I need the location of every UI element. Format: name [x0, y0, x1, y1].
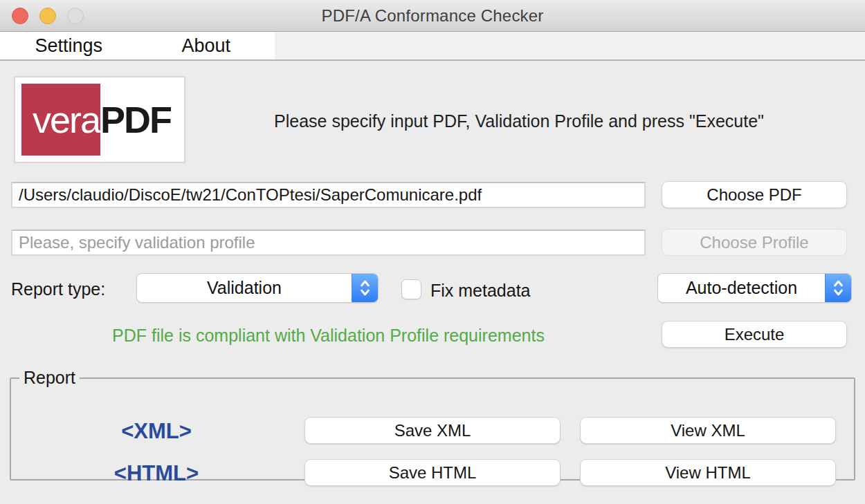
status-message: PDF file is compliant with Validation Pr…	[11, 326, 646, 346]
menu-about[interactable]: About	[138, 32, 275, 59]
view-xml-button[interactable]: View XML	[580, 417, 836, 444]
fix-metadata-label: Fix metadata	[430, 281, 531, 301]
execute-button[interactable]: Execute	[662, 321, 847, 348]
flavour-select[interactable]: Auto-detection	[657, 273, 852, 303]
validation-profile-input[interactable]	[11, 230, 646, 256]
report-type-selected-value: Validation	[137, 274, 352, 302]
menu-settings[interactable]: Settings	[0, 32, 138, 59]
fix-metadata-checkbox[interactable]	[401, 279, 421, 299]
html-format-label: <HTML>	[87, 462, 226, 485]
title-bar: PDF/A Conformance Checker	[0, 0, 865, 32]
xml-format-label: <XML>	[87, 420, 226, 443]
logo-vera-text: vera	[21, 84, 100, 156]
choose-profile-button: Choose Profile	[662, 229, 847, 256]
zoom-button-disabled	[67, 8, 84, 24]
logo-pdf-text: PDF	[100, 84, 178, 156]
verapdf-logo: vera PDF	[14, 76, 185, 163]
flavour-selected-value: Auto-detection	[658, 274, 825, 302]
report-type-label: Report type:	[11, 279, 105, 299]
save-html-button[interactable]: Save HTML	[304, 459, 561, 486]
menu-bar: Settings About	[0, 32, 865, 61]
save-xml-button[interactable]: Save XML	[304, 417, 561, 444]
chevron-up-down-icon	[825, 274, 851, 302]
app-window: PDF/A Conformance Checker Settings About…	[0, 0, 865, 504]
minimize-button[interactable]	[39, 8, 56, 24]
report-group-legend: Report	[19, 368, 80, 388]
choose-pdf-button[interactable]: Choose PDF	[662, 181, 847, 208]
traffic-lights	[12, 8, 84, 24]
view-html-button[interactable]: View HTML	[580, 459, 836, 486]
report-type-select[interactable]: Validation	[136, 273, 379, 303]
report-group: Report <XML> Save XML View XML <HTML> Sa…	[10, 368, 855, 480]
instruction-text: Please specify input PDF, Validation Pro…	[197, 111, 841, 131]
chevron-up-down-icon	[352, 274, 378, 302]
menu-bar-items: Settings About	[0, 32, 275, 59]
close-button[interactable]	[12, 8, 28, 24]
window-title: PDF/A Conformance Checker	[0, 0, 865, 32]
pdf-path-input[interactable]	[11, 182, 646, 208]
